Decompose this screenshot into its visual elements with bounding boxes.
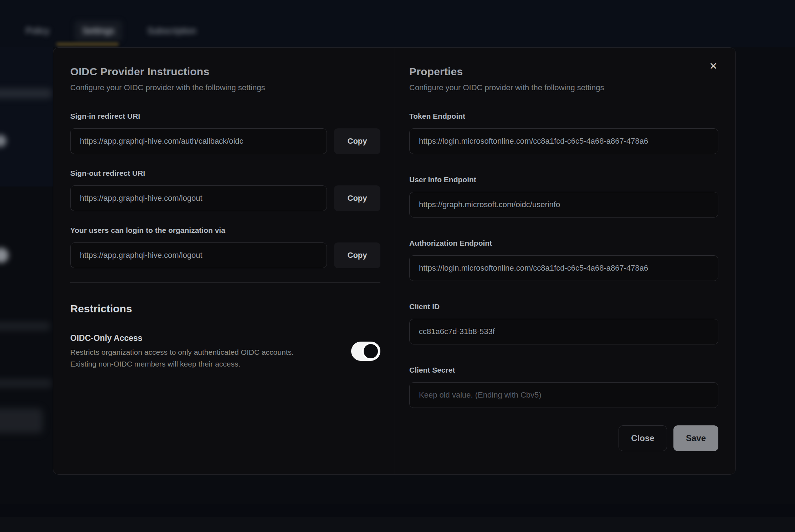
properties-subtitle: Configure your OIDC provider with the fo… (409, 83, 718, 93)
copy-sign-in-button[interactable]: Copy (334, 128, 380, 154)
authorization-endpoint-label: Authorization Endpoint (409, 238, 718, 248)
copy-sign-out-button[interactable]: Copy (334, 185, 380, 211)
tab-settings: Settings (75, 21, 122, 41)
description-line-1: Restricts organization access to only au… (70, 348, 294, 356)
background-blur-dot (0, 248, 9, 263)
properties-column: Properties Configure your OIDC provider … (395, 48, 735, 474)
client-id-input[interactable] (409, 319, 718, 344)
sign-in-redirect-label: Sign-in redirect URI (70, 111, 380, 121)
background-blur-text (0, 379, 52, 388)
modal-actions: Close Save (409, 425, 718, 451)
client-secret-label: Client Secret (409, 365, 718, 375)
token-endpoint-label: Token Endpoint (409, 111, 718, 121)
background-blur-button (0, 408, 43, 433)
restrictions-heading: Restrictions (70, 302, 380, 316)
login-via-input[interactable] (70, 242, 327, 268)
section-divider (70, 282, 380, 283)
background-blur-text (0, 88, 52, 98)
oidc-only-access-description: Restricts organization access to only au… (70, 346, 343, 370)
oidc-only-access-toggle[interactable] (351, 342, 380, 361)
description-line-2: Existing non-OIDC members will keep thei… (70, 360, 240, 368)
authorization-endpoint-input[interactable] (409, 255, 718, 281)
active-tab-underline (56, 43, 119, 46)
close-button[interactable]: Close (619, 425, 667, 451)
user-info-endpoint-input[interactable] (409, 192, 718, 218)
oidc-only-access-row: OIDC-Only Access Restricts organization … (70, 333, 380, 370)
oidc-instructions-column: OIDC Provider Instructions Configure you… (53, 48, 395, 474)
oidc-only-access-label: OIDC-Only Access (70, 333, 343, 343)
oidc-settings-modal: ✕ OIDC Provider Instructions Configure y… (53, 47, 736, 475)
background-blur-text (0, 322, 50, 331)
toggle-thumb (362, 343, 379, 360)
sign-in-redirect-row: Copy (70, 128, 380, 154)
tab-policy: Policy (18, 21, 57, 41)
properties-title: Properties (409, 65, 718, 78)
tab-subscription: Subscription (139, 21, 204, 41)
background-left-panel (0, 47, 53, 186)
user-info-endpoint-label: User Info Endpoint (409, 175, 718, 185)
sign-out-redirect-input[interactable] (70, 185, 327, 211)
client-secret-input[interactable] (409, 382, 718, 408)
copy-login-via-button[interactable]: Copy (334, 242, 380, 268)
token-endpoint-input[interactable] (409, 128, 718, 154)
login-via-label: Your users can login to the organization… (70, 225, 380, 235)
instructions-title: OIDC Provider Instructions (70, 65, 380, 78)
sign-out-redirect-label: Sign-out redirect URI (70, 168, 380, 178)
save-button[interactable]: Save (673, 425, 718, 451)
background-bottom-band (0, 504, 795, 517)
instructions-subtitle: Configure your OIDC provider with the fo… (70, 83, 380, 93)
sign-in-redirect-input[interactable] (70, 128, 327, 154)
sign-out-redirect-row: Copy (70, 185, 380, 211)
oidc-only-access-text: OIDC-Only Access Restricts organization … (70, 333, 343, 370)
login-via-row: Copy (70, 242, 380, 268)
client-id-label: Client ID (409, 302, 718, 312)
background-tab-bar: Policy Settings Subscription (18, 21, 204, 41)
background-bottom-strip (0, 517, 795, 532)
